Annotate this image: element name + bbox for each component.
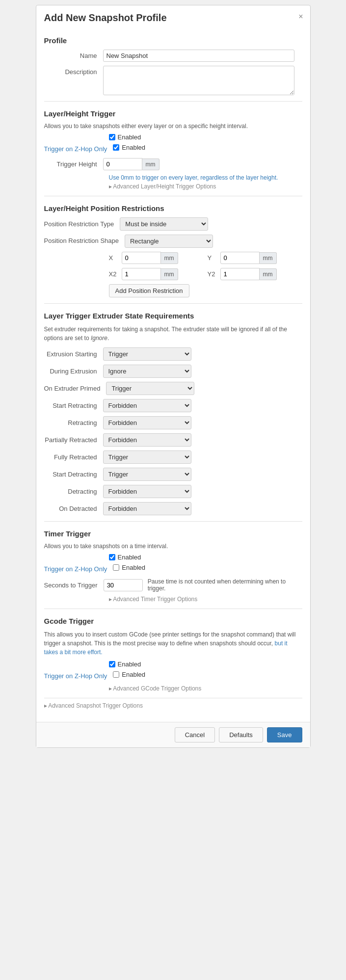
extruder-row-select-5[interactable]: TriggerIgnoreForbidden xyxy=(103,433,191,447)
name-label: Name xyxy=(44,52,103,59)
extruder-row-select-8[interactable]: TriggerIgnoreForbidden xyxy=(103,485,191,498)
extruder-row-select-4[interactable]: TriggerIgnoreForbidden xyxy=(103,416,191,429)
y-input[interactable] xyxy=(220,252,260,264)
gcode-advanced-link[interactable]: Advanced GCode Trigger Options xyxy=(109,685,302,692)
gcode-desc-blue: but it takes a bit more effort. xyxy=(44,640,288,656)
layer-advanced-link[interactable]: Advanced Layer/Height Trigger Options xyxy=(109,183,302,190)
extruder-row-select-1[interactable]: TriggerIgnoreForbidden xyxy=(103,365,191,378)
gcode-zhop-checkbox[interactable] xyxy=(113,671,119,678)
trigger-height-row: Trigger Height mm xyxy=(44,158,302,170)
gcode-trigger-title: Gcode Trigger xyxy=(44,617,302,626)
trigger-height-input-group: mm xyxy=(103,158,160,170)
extruder-row-label-2: On Extruder Primed xyxy=(44,385,106,392)
extruder-row-label-0: Extrusion Starting xyxy=(44,350,103,358)
y-coord-row: Y mm xyxy=(208,252,302,264)
modal-container: Add New Snapshot Profile × Profile Name … xyxy=(36,5,311,748)
layer-zhop-enabled-label: Enabled xyxy=(122,144,145,151)
y-label: Y xyxy=(208,254,218,262)
x-unit: mm xyxy=(161,252,178,264)
seconds-to-trigger-row: Seconds to Trigger Pause time is not cou… xyxy=(44,578,302,592)
trigger-height-label: Trigger Height xyxy=(44,160,103,168)
timer-zhop-checkbox[interactable] xyxy=(113,564,119,571)
restriction-type-label: Position Restriction Type xyxy=(44,220,120,228)
x2-input[interactable] xyxy=(122,268,161,280)
profile-section-title: Profile xyxy=(44,36,302,46)
gcode-trigger-desc: This allows you to insert custom GCode (… xyxy=(44,630,302,657)
extruder-state-desc: Set extruder requirements for taking a s… xyxy=(44,325,302,343)
timer-zhop-row: Trigger on Z-Hop Only Enabled xyxy=(44,564,302,574)
extruder-row-8: DetractingTriggerIgnoreForbidden xyxy=(44,485,302,498)
y-unit: mm xyxy=(260,252,277,264)
save-button[interactable]: Save xyxy=(267,727,302,742)
extruder-row-select-0[interactable]: TriggerIgnoreForbidden xyxy=(103,347,191,361)
extruder-row-7: Start DetractingTriggerIgnoreForbidden xyxy=(44,468,302,481)
extruder-row-label-9: On Detracted xyxy=(44,505,103,512)
modal-header: Add New Snapshot Profile × xyxy=(36,5,310,28)
layer-zhop-row: Trigger on Z-Hop Only Enabled xyxy=(44,144,302,154)
extruder-row-6: Fully RetractedTriggerIgnoreForbidden xyxy=(44,450,302,464)
extruder-row-3: Start RetractingTriggerIgnoreForbidden xyxy=(44,399,302,412)
extruder-row-label-5: Partially Retracted xyxy=(44,436,103,444)
extruder-row-select-7[interactable]: TriggerIgnoreForbidden xyxy=(103,468,191,481)
extruder-row-2: On Extruder PrimedTriggerIgnoreForbidden xyxy=(44,382,302,395)
extruder-row-0: Extrusion StartingTriggerIgnoreForbidden xyxy=(44,347,302,361)
gcode-enabled-checkbox[interactable] xyxy=(109,661,115,667)
layer-height-trigger-title: Layer/Height Trigger xyxy=(44,109,302,119)
extruder-row-label-6: Fully Retracted xyxy=(44,453,103,461)
x-label: X xyxy=(109,254,120,262)
extruder-row-select-6[interactable]: TriggerIgnoreForbidden xyxy=(103,450,191,464)
gcode-zhop-label: Trigger on Z-Hop Only xyxy=(44,672,113,680)
extruder-row-5: Partially RetractedTriggerIgnoreForbidde… xyxy=(44,433,302,447)
extruder-row-4: RetractingTriggerIgnoreForbidden xyxy=(44,416,302,429)
y2-unit: mm xyxy=(260,268,277,280)
extruder-row-9: On DetractedTriggerIgnoreForbidden xyxy=(44,502,302,515)
extruder-row-select-2[interactable]: TriggerIgnoreForbidden xyxy=(106,382,194,395)
layer-height-trigger-desc: Allows you to take snapshots either ever… xyxy=(44,123,302,130)
close-button[interactable]: × xyxy=(298,12,303,21)
trigger-height-unit: mm xyxy=(142,159,160,170)
timer-advanced-link[interactable]: Advanced Timer Trigger Options xyxy=(109,596,302,603)
coords-grid: X mm Y mm X2 mm Y xyxy=(109,252,302,280)
x-input[interactable] xyxy=(122,252,161,264)
extruder-row-1: During ExtrusionTriggerIgnoreForbidden xyxy=(44,365,302,378)
name-input[interactable] xyxy=(103,50,294,62)
cancel-button[interactable]: Cancel xyxy=(175,727,215,742)
layer-zhop-checkbox[interactable] xyxy=(113,144,119,151)
seconds-input-group: Pause time is not counted when determini… xyxy=(104,578,302,592)
layer-trigger-enabled-checkbox[interactable] xyxy=(109,134,115,140)
layer-zhop-label: Trigger on Z-Hop Only xyxy=(44,145,113,153)
restriction-shape-row: Position Restriction Shape Rectangle Cir… xyxy=(44,235,302,248)
gcode-zhop-row: Trigger on Z-Hop Only Enabled xyxy=(44,671,302,681)
trigger-height-input[interactable] xyxy=(103,158,142,170)
add-restriction-button[interactable]: Add Position Restriction xyxy=(109,284,189,297)
gcode-enabled-label: Enabled xyxy=(118,661,141,668)
timer-zhop-label: Trigger on Z-Hop Only xyxy=(44,565,113,573)
gcode-zhop-enabled-label: Enabled xyxy=(122,671,145,678)
seconds-input[interactable] xyxy=(104,579,143,591)
advanced-snapshot-link[interactable]: Advanced Snapshot Trigger Options xyxy=(44,702,302,709)
y2-coord-row: Y2 mm xyxy=(208,268,302,280)
timer-enabled-checkbox[interactable] xyxy=(109,554,115,560)
layer-trigger-enabled-row: Enabled xyxy=(109,133,302,141)
restriction-type-select[interactable]: Must be inside Must be outside xyxy=(120,217,208,231)
x2-unit: mm xyxy=(161,268,178,280)
extruder-row-label-3: Start Retracting xyxy=(44,402,103,409)
extruder-row-label-4: Retracting xyxy=(44,419,103,426)
y2-input[interactable] xyxy=(220,268,260,280)
description-textarea[interactable] xyxy=(103,66,294,95)
restriction-shape-select[interactable]: Rectangle Circle xyxy=(125,235,213,248)
x-coord-row: X mm xyxy=(109,252,204,264)
extruder-row-select-9[interactable]: TriggerIgnoreForbidden xyxy=(103,502,191,515)
modal-title: Add New Snapshot Profile xyxy=(44,12,302,24)
defaults-button[interactable]: Defaults xyxy=(219,727,263,742)
extruder-row-select-3[interactable]: TriggerIgnoreForbidden xyxy=(103,399,191,412)
extruder-state-title: Layer Trigger Extruder State Requirement… xyxy=(44,312,302,321)
x2-coord-row: X2 mm xyxy=(109,268,204,280)
extruder-rows-container: Extrusion StartingTriggerIgnoreForbidden… xyxy=(44,347,302,515)
restriction-type-row: Position Restriction Type Must be inside… xyxy=(44,217,302,231)
trigger-height-hint: Use 0mm to trigger on every layer, regar… xyxy=(109,174,302,181)
extruder-row-label-7: Start Detracting xyxy=(44,471,103,478)
layer-trigger-enabled-label: Enabled xyxy=(118,133,141,141)
modal-footer: Cancel Defaults Save xyxy=(36,722,310,747)
x2-label: X2 xyxy=(109,270,120,278)
